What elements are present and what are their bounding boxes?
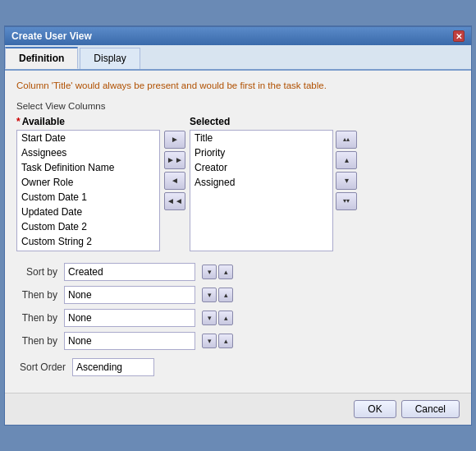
move-top-button[interactable]: ▴▴ — [336, 131, 357, 149]
move-bottom-button[interactable]: ▾▾ — [336, 192, 357, 210]
tab-display[interactable]: Display — [80, 48, 140, 69]
then-by-select-2[interactable]: None Created Title Priority — [64, 309, 195, 327]
then-by-label-3: Then by — [16, 335, 57, 347]
sort-arrows-2: ▾ ▴ — [202, 288, 233, 302]
list-item[interactable]: Creator — [190, 160, 332, 175]
sort-arrows-1: ▾ ▴ — [202, 265, 233, 279]
move-up-button[interactable]: ▴ — [336, 151, 357, 169]
list-item[interactable]: Owner Role — [17, 175, 159, 190]
dialog-title: Create User View — [11, 30, 92, 42]
selected-list[interactable]: Title Priority Creator Assigned — [190, 130, 333, 251]
sort-desc-3[interactable]: ▾ — [202, 311, 217, 325]
sort-arrows-3: ▾ ▴ — [202, 311, 233, 325]
list-item[interactable]: Task Definition Name — [17, 160, 159, 175]
available-panel: *Available Start Date Assignees Task Def… — [16, 116, 160, 251]
dialog-content: Column 'Title' would always be present a… — [5, 71, 471, 392]
list-item[interactable]: Start Date — [17, 131, 159, 145]
close-button[interactable]: ✕ — [453, 30, 465, 42]
then-by-select-1[interactable]: None Created Title Priority — [64, 286, 195, 304]
then-by-select-3[interactable]: None Created Title Priority — [64, 332, 195, 350]
sort-row-1: Sort by None Start Date Created Title Pr… — [16, 263, 460, 281]
move-down-button[interactable]: ▾ — [336, 172, 357, 190]
move-right-button[interactable]: ► — [164, 131, 185, 149]
section-label: Select View Columns — [16, 101, 460, 111]
sort-asc-4[interactable]: ▴ — [218, 334, 233, 348]
title-bar: Create User View ✕ — [5, 27, 471, 45]
move-all-left-button[interactable]: ◄◄ — [164, 192, 185, 210]
list-item[interactable]: Assigned — [190, 175, 332, 190]
sort-by-label: Sort by — [16, 266, 57, 278]
info-text: Column 'Title' would always be present a… — [16, 79, 460, 92]
sort-by-select[interactable]: None Start Date Created Title Priority C… — [64, 263, 195, 281]
order-buttons: ▴▴ ▴ ▾ ▾▾ — [333, 131, 359, 210]
then-by-label-2: Then by — [16, 312, 57, 324]
selected-panel: Selected Title Priority Creator Assigned — [190, 116, 333, 251]
sort-desc-1[interactable]: ▾ — [202, 265, 217, 279]
sort-row-4: Then by None Created Title Priority ▾ ▴ — [16, 332, 460, 350]
selected-header: Selected — [190, 116, 333, 127]
list-item[interactable]: Custom String 2 — [17, 234, 159, 249]
sort-asc-3[interactable]: ▴ — [218, 311, 233, 325]
list-item[interactable]: Assignees — [17, 145, 159, 160]
sort-arrows-4: ▾ ▴ — [202, 334, 233, 348]
sort-asc-2[interactable]: ▴ — [218, 288, 233, 302]
sort-order-row: Sort Order Ascending Descending — [16, 358, 460, 376]
sort-desc-4[interactable]: ▾ — [202, 334, 217, 348]
list-item[interactable]: Priority — [190, 145, 332, 160]
ok-button[interactable]: OK — [354, 400, 396, 418]
sort-section: Sort by None Start Date Created Title Pr… — [16, 263, 460, 350]
tab-definition[interactable]: Definition — [5, 47, 78, 69]
then-by-label-1: Then by — [16, 289, 57, 301]
list-item[interactable]: Updated Date — [17, 205, 159, 219]
sort-row-2: Then by None Created Title Priority ▾ ▴ — [16, 286, 460, 304]
cancel-button[interactable]: Cancel — [401, 400, 460, 418]
list-item[interactable]: Title — [190, 131, 332, 145]
create-user-view-dialog: Create User View ✕ Definition Display Co… — [4, 25, 472, 425]
sort-order-select[interactable]: Ascending Descending — [72, 358, 154, 376]
required-star: * — [16, 116, 21, 127]
sort-order-label: Sort Order — [16, 361, 66, 373]
sort-desc-2[interactable]: ▾ — [202, 288, 217, 302]
move-all-right-button[interactable]: ►► — [164, 151, 185, 169]
sort-asc-1[interactable]: ▴ — [218, 265, 233, 279]
tab-bar: Definition Display — [5, 45, 471, 71]
dialog-footer: OK Cancel — [5, 393, 471, 425]
columns-section: *Available Start Date Assignees Task Def… — [16, 116, 460, 251]
available-list[interactable]: Start Date Assignees Task Definition Nam… — [16, 130, 160, 251]
list-item[interactable]: Created — [17, 249, 159, 251]
move-left-button[interactable]: ◄ — [164, 172, 185, 190]
list-item[interactable]: Custom Date 1 — [17, 190, 159, 205]
sort-row-3: Then by None Created Title Priority ▾ ▴ — [16, 309, 460, 327]
available-header: *Available — [16, 116, 160, 127]
transfer-buttons: ► ►► ◄ ◄◄ — [160, 131, 190, 210]
list-item[interactable]: Custom Date 2 — [17, 219, 159, 234]
